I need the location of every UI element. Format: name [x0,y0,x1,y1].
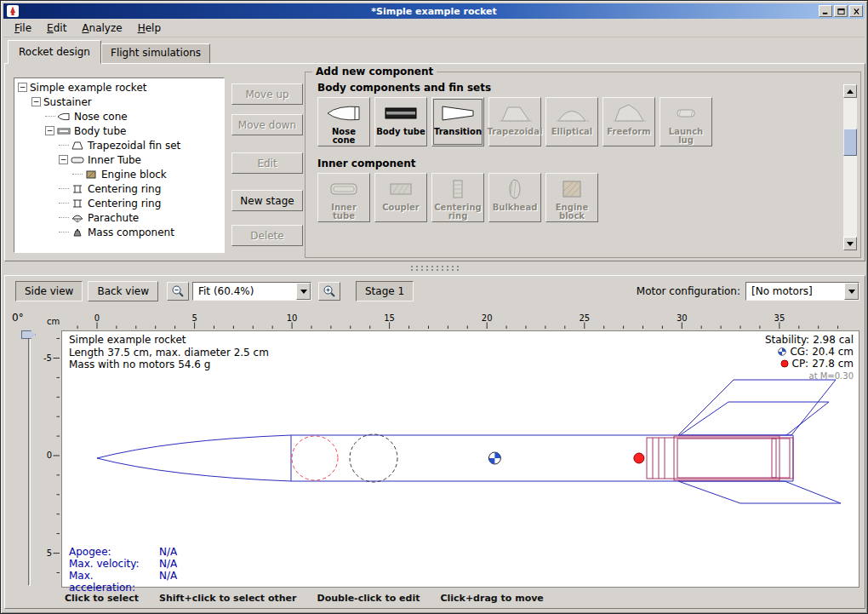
minimize-button[interactable] [819,5,832,17]
add-centering-ring-button[interactable]: Centering ring [431,173,484,222]
tree-expander-minus[interactable] [31,97,41,106]
tree-expander-minus[interactable] [18,83,27,92]
section-label: Inner component [317,158,835,169]
tree-item-centering-ring[interactable]: Centering ring [14,196,224,210]
rotation-slider[interactable] [28,334,31,586]
motor-config-label: Motor configuration: [637,285,740,297]
tree-item-engine-block[interactable]: Engine block [14,167,224,181]
component-tree[interactable]: Simple example rocketSustainerNose coneB… [14,77,225,253]
add-inner-tube-button[interactable]: Inner tube [317,173,370,222]
vertical-ruler: -505 [43,330,60,588]
add-component-scrollbar[interactable] [843,84,857,250]
tree-expander-minus[interactable] [45,126,54,135]
tree-item-simple-example-rocket[interactable]: Simple example rocket [14,80,224,95]
menu-file[interactable]: File [7,20,39,36]
tree-item-centering-ring[interactable]: Centering ring [14,181,224,196]
maximize-button[interactable] [834,5,848,17]
tree-item-mass-component[interactable]: Mass component [14,225,224,239]
innertube-icon [325,176,363,202]
app-window: *Simple example rocket FileEditAnalyzeHe… [0,0,868,614]
tree-item-label: Simple example rocket [30,82,146,94]
rocket-info: Simple example rocket Length 37.5 cm, ma… [69,334,269,371]
tree-connector [59,217,69,218]
centeringring-icon [439,176,477,202]
zoom-select[interactable]: Fit (60.4%) [192,282,311,301]
delete-button[interactable]: Delete [231,225,303,246]
add-component-title: Add new component [312,66,437,77]
window-title: *Simple example rocket [3,6,865,17]
split-pane-divider[interactable] [4,261,865,275]
side-view-button[interactable]: Side view [15,281,83,301]
svg-text:0: 0 [47,450,52,460]
add-coupler-button[interactable]: Coupler [374,173,427,222]
rocket-view-panel: Side view Back view Fit (60.4%) Stage 1 … [4,275,865,609]
add-trapezoidal-button[interactable]: Trapezoidal [488,97,541,146]
add-body-tube-button[interactable]: Body tube [374,97,427,146]
stage-1-toggle[interactable]: Stage 1 [356,281,414,301]
rotation-slider-handle[interactable] [21,330,36,339]
cg-marker-icon [488,452,500,464]
bodytube-icon [382,100,420,126]
tree-item-trapezoidal-fin-set[interactable]: Trapezoidal fin set [14,138,224,152]
svg-text:20: 20 [482,313,493,323]
tab-bar: Rocket designFlight simulations [8,40,210,64]
arrow-up-icon [847,86,854,94]
innertube-icon [71,155,85,165]
chevron-down-icon[interactable] [844,283,859,300]
titlebar[interactable]: *Simple example rocket [3,3,865,19]
section-label: Body components and fin sets [317,82,835,94]
chevron-down-icon[interactable] [296,283,311,300]
centeringring-icon [71,198,85,209]
scroll-up-button[interactable] [843,84,857,98]
transition-icon [439,100,477,126]
tree-item-body-tube[interactable]: Body tube [14,123,224,138]
close-button[interactable] [849,5,863,17]
add-nose-cone-button[interactable]: Nose cone [317,97,370,146]
menu-edit[interactable]: Edit [39,20,74,36]
tree-item-label: Mass component [88,227,174,238]
add-launch-lug-button[interactable]: Launch lug [660,97,712,146]
stability-label: Stability: [765,334,809,346]
tree-expander-minus[interactable] [59,155,68,164]
new-stage-button[interactable]: New stage [231,190,303,211]
sim-result-value: N/A [159,546,177,558]
hint-text: Shift+click to select other [159,593,297,604]
info-line: Simple example rocket [69,334,269,347]
tree-connector [59,232,69,232]
menu-help[interactable]: Help [130,20,168,36]
zoom-value: Fit (60.4%) [193,285,296,297]
add-transition-button[interactable]: Transition [431,97,484,146]
inner-components-outline [647,436,793,480]
rocket-canvas[interactable]: Simple example rocket Length 37.5 cm, ma… [61,330,859,588]
add-bulkhead-button[interactable]: Bulkhead [488,173,541,222]
component-button-label: Body tube [376,128,425,136]
zoom-in-button[interactable] [318,282,340,301]
tab-rocket-design[interactable]: Rocket design [8,40,101,64]
scrollbar-thumb[interactable] [843,129,857,156]
add-engine-block-button[interactable]: Engine block [545,173,598,222]
motor-config-select[interactable]: [No motors] [745,282,859,301]
edit-button[interactable]: Edit [231,152,303,174]
back-view-button[interactable]: Back view [88,281,158,301]
svg-text:10: 10 [287,313,298,323]
menu-analyze[interactable]: Analyze [74,20,129,36]
tree-item-label: Engine block [101,169,167,181]
nosecone-icon [57,112,71,122]
tree-item-nose-cone[interactable]: Nose cone [14,109,224,123]
zoom-out-button[interactable] [167,282,189,301]
tree-connector [72,174,83,175]
bodytube-icon [57,126,71,136]
move-down-button[interactable]: Move down [231,114,303,135]
scroll-down-button[interactable] [843,237,857,250]
sim-result-value: N/A [159,558,177,570]
tab-flight-simulations[interactable]: Flight simulations [101,43,210,63]
tree-item-sustainer[interactable]: Sustainer [14,95,224,109]
launchlug-icon [667,100,705,126]
add-freeform-button[interactable]: Freeform [602,97,655,146]
add-elliptical-button[interactable]: Elliptical [545,97,598,146]
tree-item-inner-tube[interactable]: Inner Tube [14,152,224,167]
tree-item-parachute[interactable]: Parachute [14,210,224,225]
move-up-button[interactable]: Move up [231,83,303,105]
tree-item-label: Parachute [88,212,139,224]
menubar: FileEditAnalyzeHelp [3,20,865,37]
